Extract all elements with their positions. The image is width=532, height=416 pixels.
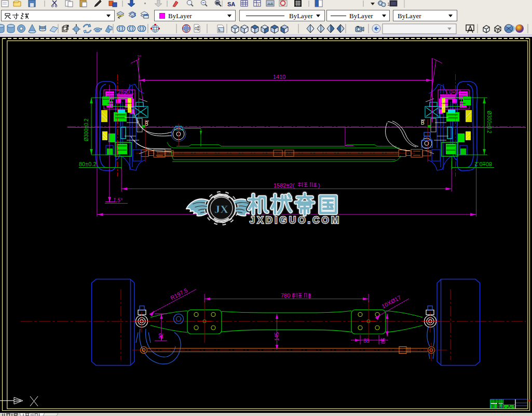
svg-text:80±0.2: 80±0.2 [474, 161, 492, 167]
svg-text:): ) [318, 182, 320, 189]
svg-text:1582±2(: 1582±2( [274, 182, 295, 189]
svg-text:JX: JX [214, 203, 228, 216]
svg-text:Ø300±0.2: Ø300±0.2 [84, 118, 89, 141]
svg-text:1: 1 [387, 2, 390, 7]
svg-text:0: 0 [195, 26, 197, 31]
svg-text:B: B [421, 120, 425, 126]
svg-text:JXDIGUO.COM: JXDIGUO.COM [250, 215, 341, 225]
svg-text:780 (: 780 ( [281, 292, 294, 299]
svg-text:28±0.1: 28±0.1 [445, 89, 461, 95]
svg-text:SA: SA [227, 1, 235, 7]
svg-text:145: 145 [274, 332, 280, 341]
svg-text:22: 22 [158, 333, 164, 339]
svg-text:88: 88 [363, 338, 370, 344]
svg-text:Ø300±0.2: Ø300±0.2 [486, 111, 492, 133]
svg-text:86: 86 [380, 338, 386, 344]
svg-text:7°: 7° [137, 55, 142, 60]
svg-text:?: ? [257, 3, 260, 7]
svg-text:1410: 1410 [273, 74, 285, 80]
svg-text:80±0.2: 80±0.2 [79, 161, 97, 167]
svg-text:28±0.1: 28±0.1 [118, 89, 134, 95]
svg-text:1.5°: 1.5° [113, 197, 122, 203]
